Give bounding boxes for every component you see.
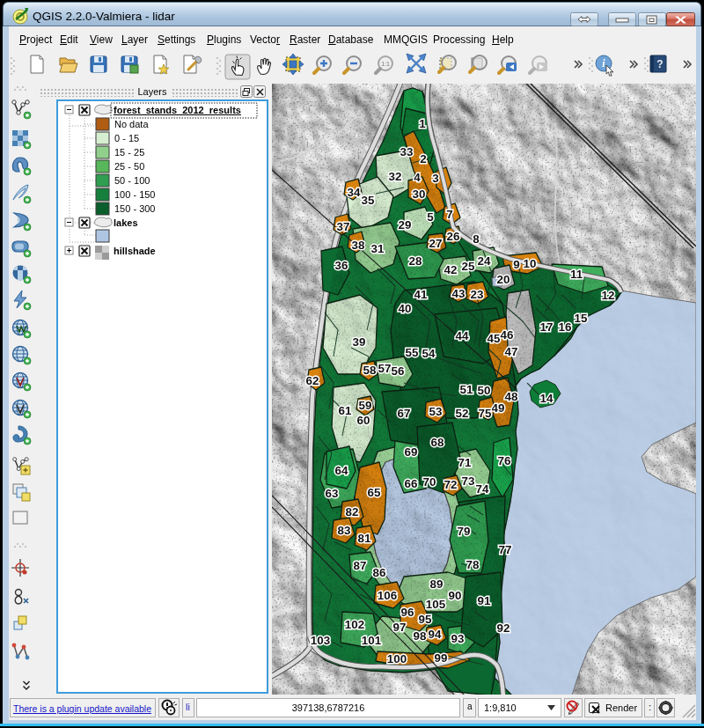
svg-text:100: 100 (387, 652, 407, 665)
svg-text:35: 35 (362, 194, 375, 207)
svg-text:42: 42 (444, 263, 458, 276)
svg-text:8: 8 (473, 232, 480, 246)
svg-text:56: 56 (392, 364, 405, 378)
svg-text:37: 37 (337, 220, 350, 233)
svg-text:101: 101 (362, 634, 382, 647)
svg-text:44: 44 (456, 329, 469, 342)
svg-text:68: 68 (431, 436, 444, 449)
svg-text:66: 66 (405, 477, 418, 490)
svg-text:?: ? (656, 58, 663, 70)
svg-text:89: 89 (430, 577, 444, 591)
svg-text:67: 67 (398, 407, 411, 420)
svg-text:71: 71 (458, 456, 472, 469)
svg-text:23: 23 (471, 288, 484, 301)
svg-text:69: 69 (405, 445, 418, 459)
svg-text:48: 48 (505, 390, 518, 403)
svg-text:28: 28 (409, 254, 422, 268)
svg-text:102: 102 (345, 618, 364, 631)
svg-text:94: 94 (429, 628, 442, 641)
svg-text:53: 53 (429, 405, 443, 418)
svg-text:58: 58 (363, 364, 377, 377)
svg-text:98: 98 (414, 629, 427, 643)
svg-text:9: 9 (513, 258, 519, 271)
svg-text:87: 87 (354, 559, 367, 572)
svg-text:83: 83 (338, 524, 351, 537)
svg-text:2: 2 (420, 152, 426, 165)
svg-text:74: 74 (476, 482, 489, 496)
svg-text:99: 99 (435, 651, 448, 665)
svg-text:43: 43 (452, 287, 466, 300)
svg-text:12: 12 (602, 289, 615, 302)
svg-text:26: 26 (447, 230, 460, 243)
svg-text:17: 17 (540, 320, 554, 334)
svg-text:65: 65 (368, 486, 381, 499)
svg-text:31: 31 (371, 242, 385, 255)
svg-text:61: 61 (339, 404, 352, 417)
svg-text:20: 20 (497, 273, 510, 286)
svg-text:14: 14 (540, 392, 554, 405)
svg-text:62: 62 (306, 374, 319, 387)
svg-text:47: 47 (505, 345, 518, 358)
svg-text:55: 55 (406, 346, 419, 359)
svg-text:106: 106 (378, 589, 397, 602)
svg-text:103: 103 (311, 634, 330, 647)
svg-text:5: 5 (427, 210, 434, 224)
svg-text:27: 27 (429, 237, 443, 250)
svg-text:4: 4 (414, 171, 421, 184)
svg-text:79: 79 (458, 525, 471, 538)
svg-text:81: 81 (358, 532, 371, 545)
svg-text:36: 36 (335, 259, 348, 272)
svg-text:82: 82 (346, 505, 359, 518)
svg-text:40: 40 (399, 302, 412, 315)
svg-text:25: 25 (462, 260, 475, 273)
svg-text:3: 3 (432, 172, 438, 185)
svg-text:50: 50 (478, 384, 491, 397)
svg-text:39: 39 (353, 335, 366, 349)
svg-text:57: 57 (378, 362, 392, 375)
svg-text:7: 7 (446, 208, 452, 221)
svg-text:54: 54 (422, 347, 436, 360)
svg-text:78: 78 (466, 558, 480, 571)
svg-text:92: 92 (497, 621, 510, 635)
svg-text:11: 11 (570, 268, 583, 281)
svg-text:75: 75 (479, 407, 492, 420)
svg-text:24: 24 (478, 254, 491, 268)
svg-text:91: 91 (478, 594, 491, 607)
svg-text:63: 63 (326, 487, 339, 500)
svg-text:96: 96 (401, 606, 414, 619)
svg-text:46: 46 (501, 328, 514, 342)
svg-text:95: 95 (419, 613, 432, 626)
svg-text:1: 1 (419, 117, 426, 130)
svg-text:34: 34 (348, 186, 361, 199)
svg-text:93: 93 (451, 632, 465, 645)
svg-text:105: 105 (426, 598, 446, 611)
svg-text:72: 72 (444, 478, 458, 491)
svg-text:59: 59 (359, 399, 372, 412)
svg-text:86: 86 (373, 566, 386, 579)
svg-text:41: 41 (414, 288, 428, 301)
svg-text:70: 70 (423, 475, 436, 489)
svg-text:10: 10 (524, 257, 537, 270)
svg-text:32: 32 (389, 170, 402, 183)
svg-text:30: 30 (413, 188, 426, 201)
svg-text:90: 90 (449, 589, 462, 602)
svg-text:77: 77 (499, 543, 512, 556)
svg-text:49: 49 (492, 401, 505, 415)
svg-text:15: 15 (575, 312, 588, 325)
svg-text:52: 52 (456, 407, 469, 420)
svg-text:73: 73 (462, 474, 475, 488)
svg-text:97: 97 (393, 621, 407, 634)
svg-text:64: 64 (335, 464, 348, 477)
svg-text:45: 45 (488, 332, 501, 345)
svg-text:29: 29 (399, 218, 412, 232)
svg-text:33: 33 (400, 145, 414, 158)
svg-text:60: 60 (357, 414, 370, 427)
svg-text:1:1: 1:1 (381, 61, 390, 67)
svg-text:51: 51 (460, 383, 473, 396)
svg-text:38: 38 (352, 239, 365, 252)
svg-text:76: 76 (498, 454, 511, 467)
svg-text:16: 16 (559, 320, 572, 334)
